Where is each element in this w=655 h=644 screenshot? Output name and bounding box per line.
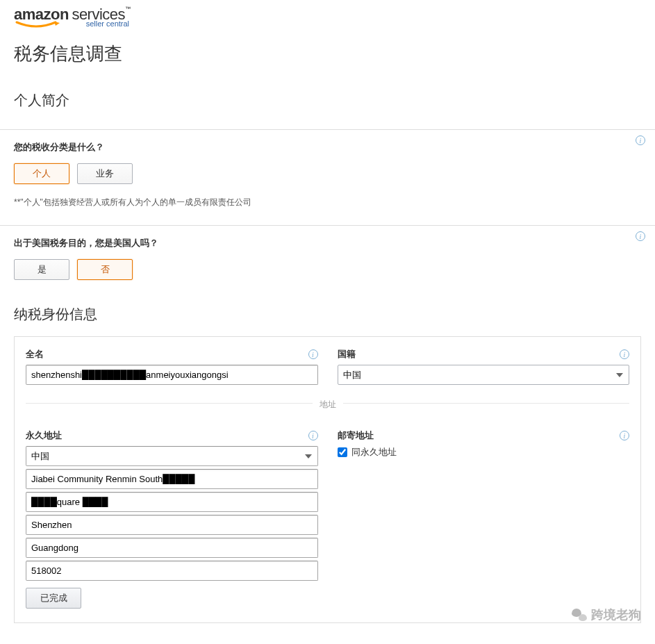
full-name-label: 全名 xyxy=(26,348,44,361)
us-person-section: i 出于美国税务目的，您是美国人吗？ 是 否 xyxy=(0,225,655,297)
tax-classification-section: i 您的税收分类是什么？ 个人 业务 **"个人"包括独资经营人或所有人为个人的… xyxy=(0,129,655,225)
info-icon[interactable]: i xyxy=(620,431,629,440)
business-button[interactable]: 业务 xyxy=(77,163,133,184)
address-country-select[interactable]: 中国 xyxy=(26,446,318,466)
info-icon[interactable]: i xyxy=(308,431,318,440)
amazon-services-logo: amazon services™ seller central xyxy=(14,6,131,28)
mailing-address-label: 邮寄地址 xyxy=(338,429,374,442)
address-postal-input[interactable] xyxy=(26,561,318,581)
info-icon[interactable]: i xyxy=(636,231,645,241)
watermark-text: 跨境老狗 xyxy=(591,606,641,623)
same-as-permanent-checkbox[interactable] xyxy=(338,447,347,457)
no-button[interactable]: 否 xyxy=(77,259,133,280)
page-title: 税务信息调查 xyxy=(0,29,655,87)
tax-identity-heading: 纳税身份信息 xyxy=(0,297,655,336)
full-name-input[interactable] xyxy=(26,365,318,385)
info-icon[interactable]: i xyxy=(636,135,645,145)
wechat-icon xyxy=(572,607,587,622)
logo-amazon-text: amazon xyxy=(14,6,69,23)
same-as-permanent-label[interactable]: 同永久地址 xyxy=(351,446,397,459)
tax-classification-hint: **"个人"包括独资经营人或所有人为个人的单一成员有限责任公司 xyxy=(14,197,641,208)
address-province-input[interactable] xyxy=(26,538,318,558)
logo-tm: ™ xyxy=(125,6,131,12)
profile-heading: 个人简介 xyxy=(0,87,655,129)
nationality-select[interactable]: 中国 xyxy=(338,365,630,385)
nationality-label: 国籍 xyxy=(338,348,356,361)
address-divider: 地址 xyxy=(26,403,629,417)
us-person-question: 出于美国税务目的，您是美国人吗？ xyxy=(14,237,641,249)
done-button[interactable]: 已完成 xyxy=(26,588,81,609)
permanent-address-label: 永久地址 xyxy=(26,429,62,442)
tax-identity-card: 全名 i 国籍 i 中国 地址 永久地址 i 中国 xyxy=(14,336,641,623)
individual-button[interactable]: 个人 xyxy=(14,163,69,184)
address-line1-input[interactable] xyxy=(26,469,318,489)
address-city-input[interactable] xyxy=(26,515,318,535)
watermark: 跨境老狗 xyxy=(572,606,641,623)
info-icon[interactable]: i xyxy=(620,349,629,359)
address-line2-input[interactable] xyxy=(26,492,318,512)
address-divider-label: 地址 xyxy=(313,399,343,409)
tax-classification-question: 您的税收分类是什么？ xyxy=(14,141,641,154)
yes-button[interactable]: 是 xyxy=(14,259,69,280)
info-icon[interactable]: i xyxy=(308,349,318,359)
